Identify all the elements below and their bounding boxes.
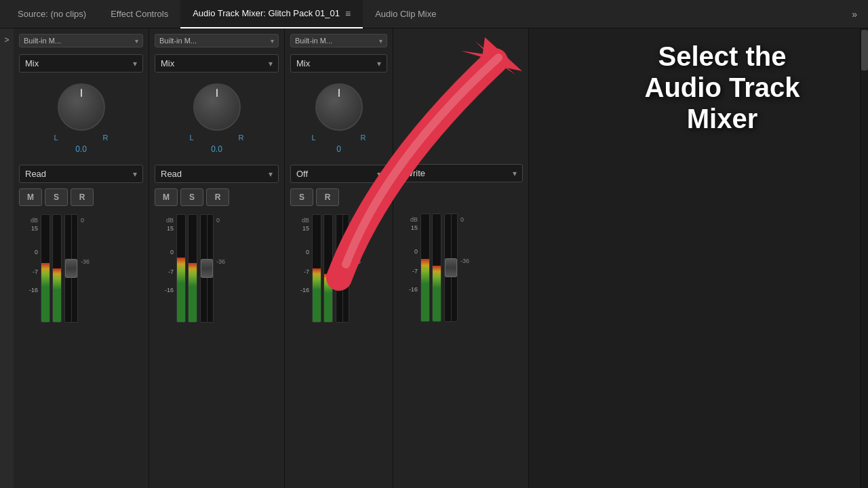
record-button-1[interactable]: R (71, 188, 94, 206)
plugin-dropdown-3[interactable]: Built-in M... ▾ (290, 34, 387, 47)
scrollbar[interactable] (860, 28, 868, 488)
msr-buttons-4 (399, 188, 523, 205)
solo-button-1[interactable]: S (45, 188, 68, 206)
mix-dropdown-3[interactable]: Mix ▾ (290, 54, 387, 73)
chevron-down-icon: ▾ (269, 59, 273, 68)
fader-4[interactable] (444, 214, 458, 322)
record-button-3[interactable]: R (316, 188, 339, 206)
chevron-down-icon: ▾ (133, 59, 137, 68)
chevron-down-icon: ▾ (269, 169, 273, 179)
chevron-down-icon: ▾ (377, 59, 381, 68)
channel-strip-4: Write ▾ dB 15 0 -7 -16 (393, 28, 529, 488)
mute-button-2[interactable]: M (155, 188, 178, 206)
pan-knob-3[interactable] (315, 83, 363, 131)
msr-buttons-1: M S R (19, 188, 143, 206)
fader-1[interactable] (64, 214, 78, 323)
fader-2[interactable] (200, 214, 214, 323)
channel-strip-3: Built-in M... ▾ Mix ▾ L R 0 (285, 28, 393, 488)
vu-meter-left-3 (312, 214, 321, 323)
automation-dropdown-2[interactable]: Read ▾ (155, 165, 279, 183)
plugin-dropdown-1[interactable]: Built-in M... ▾ (19, 34, 143, 47)
channel-strip-1: Built-in M... ▾ Mix ▾ L R 0.0 (14, 28, 149, 488)
mix-dropdown-1[interactable]: Mix ▾ (19, 54, 143, 73)
solo-button-3[interactable]: S (290, 188, 313, 206)
channel-strip-2: Built-in M... ▾ Mix ▾ L R 0.0 (149, 28, 285, 488)
record-button-2[interactable]: R (206, 188, 229, 206)
collapse-button[interactable]: > (0, 28, 14, 488)
pan-knob-1[interactable] (58, 83, 105, 131)
vu-meter-left-4 (420, 214, 430, 322)
fader-section-2: dB 15 0 -7 -16 (155, 211, 279, 483)
vu-meter-right-1 (52, 214, 62, 323)
knob-section-1: L R 0.0 (19, 78, 143, 159)
mute-button-1[interactable]: M (19, 188, 42, 206)
chevron-down-icon: ▾ (379, 37, 382, 45)
chevron-down-icon: ▾ (133, 169, 137, 179)
chevron-down-icon: ▾ (513, 169, 517, 178)
plugin-dropdown-2[interactable]: Built-in M... ▾ (155, 34, 279, 47)
fader-section-4: dB 15 0 -7 -16 (399, 211, 523, 483)
vu-meter-right-3 (323, 214, 333, 323)
chevron-down-icon: ▾ (377, 169, 381, 179)
knob-section-3: L R 0 (290, 78, 387, 159)
fader-3[interactable] (336, 214, 349, 323)
tab-overflow-button[interactable]: » (846, 9, 863, 20)
tab-audio-track-mixer[interactable]: Audio Track Mixer: Glitch Pack 01_01 ≡ (180, 0, 363, 28)
automation-dropdown-1[interactable]: Read ▾ (19, 165, 143, 183)
tab-bar: Source: (no clips) Effect Controls Audio… (0, 0, 868, 28)
vu-meter-left-1 (41, 214, 50, 323)
instruction-text: Select the Audio Track Mixer (597, 41, 848, 134)
tab-audio-clip-mixer[interactable]: Audio Clip Mixe (363, 0, 448, 28)
mix-dropdown-2[interactable]: Mix ▾ (155, 54, 279, 73)
fader-section-1: dB 15 0 -7 -16 (19, 211, 143, 483)
solo-button-2[interactable]: S (180, 188, 203, 206)
pan-knob-2[interactable] (193, 83, 241, 131)
vu-meter-left-2 (176, 214, 186, 323)
fader-section-3: dB 15 0 -7 -16 (290, 211, 387, 483)
vu-meter-right-4 (432, 214, 441, 322)
vu-meter-right-2 (188, 214, 197, 323)
msr-buttons-2: M S R (155, 188, 279, 206)
tab-source[interactable]: Source: (no clips) (5, 0, 98, 28)
msr-buttons-3: S R (290, 188, 387, 206)
chevron-down-icon: ▾ (135, 37, 138, 45)
chevron-down-icon: ▾ (271, 37, 274, 45)
knob-section-2: L R 0.0 (155, 78, 279, 159)
tab-effect-controls[interactable]: Effect Controls (98, 0, 180, 28)
scrollbar-thumb[interactable] (861, 30, 868, 70)
automation-dropdown-4[interactable]: Write ▾ (399, 164, 523, 182)
automation-dropdown-3[interactable]: Off ▾ (290, 165, 387, 183)
tab-menu-icon[interactable]: ≡ (345, 8, 351, 19)
